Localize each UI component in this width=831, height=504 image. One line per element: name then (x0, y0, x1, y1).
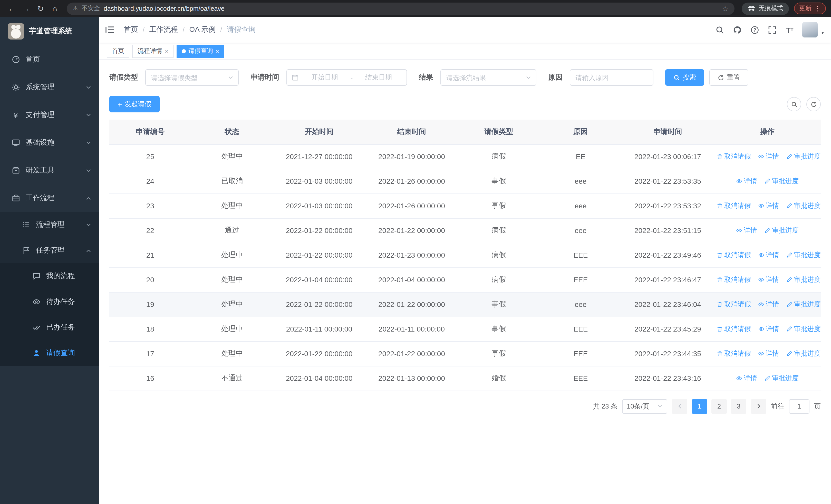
eye-icon (32, 297, 40, 306)
home-icon[interactable]: ⌂ (48, 2, 62, 15)
cancel-leave-link[interactable]: 取消请假 (717, 201, 751, 210)
tab-home[interactable]: 首页 (107, 45, 130, 58)
detail-link[interactable]: 详情 (758, 349, 779, 358)
security-label[interactable]: 不安全 (82, 4, 100, 13)
breadcrumb-home[interactable]: 首页 (124, 25, 138, 34)
approval-progress-link[interactable]: 审批进度 (786, 300, 821, 309)
detail-link[interactable]: 详情 (758, 300, 779, 309)
start-date-input[interactable]: 开始日期 (301, 73, 348, 82)
cancel-leave-link[interactable]: 取消请假 (717, 250, 751, 260)
cell-actions: 取消请假 详情 (714, 317, 821, 341)
detail-link[interactable]: 详情 (758, 275, 779, 284)
table-row: 21 处理中 2022-01-22 00:00:00 2022-01-23 00… (109, 243, 821, 267)
sidebar-item-payment[interactable]: ¥ 支付管理 (0, 101, 99, 129)
caret-down-icon[interactable]: ▾ (822, 30, 824, 37)
fullscreen-icon[interactable] (765, 22, 780, 37)
chevron-down-icon (86, 168, 92, 173)
reset-button[interactable]: 重置 (709, 69, 748, 86)
breadcrumb-oa-example[interactable]: OA 示例 (178, 25, 216, 34)
search-icon[interactable] (712, 22, 727, 37)
prev-page-button[interactable] (672, 399, 687, 413)
toggle-search-button[interactable] (787, 97, 801, 111)
cancel-leave-link[interactable]: 取消请假 (717, 300, 751, 309)
approval-progress-link[interactable]: 审批进度 (786, 324, 821, 334)
url-text[interactable]: dashboard.yudao.iocoder.cn/bpm/oa/leave (104, 5, 718, 12)
browser-menu-icon[interactable]: ⋮ (814, 5, 821, 12)
update-button[interactable]: 更新 ⋮ (794, 3, 826, 14)
url-bar[interactable]: ⚠ 不安全 dashboard.yudao.iocoder.cn/bpm/oa/… (67, 2, 735, 14)
approval-progress-link[interactable]: 审批进度 (764, 226, 799, 235)
bookmark-star-icon[interactable]: ☆ (722, 4, 728, 12)
search-button[interactable]: 搜索 (665, 69, 704, 86)
cancel-leave-link[interactable]: 取消请假 (717, 152, 751, 161)
approval-progress-link[interactable]: 审批进度 (786, 349, 821, 358)
collapse-sidebar-icon[interactable] (105, 24, 116, 35)
close-icon[interactable]: × (165, 48, 168, 54)
next-page-button[interactable] (751, 399, 766, 413)
sidebar-item-my-process[interactable]: 我的流程 (0, 263, 99, 289)
leave-type-select[interactable] (145, 69, 239, 86)
cancel-leave-link[interactable]: 取消请假 (717, 324, 751, 334)
cell-end-time: 2022-01-11 00:00:00 (366, 317, 458, 341)
detail-link[interactable]: 详情 (736, 177, 757, 186)
page-button-2[interactable]: 2 (711, 399, 727, 413)
sidebar-item-devtools[interactable]: 研发工具 (0, 156, 99, 184)
close-icon[interactable]: × (216, 48, 219, 54)
tab-process-detail[interactable]: 流程详情 × (133, 45, 173, 58)
cell-id: 18 (109, 317, 191, 341)
app-logo[interactable]: 芋道管理系统 (0, 17, 99, 46)
detail-link[interactable]: 详情 (758, 152, 779, 161)
cancel-leave-link[interactable]: 取消请假 (717, 349, 751, 358)
detail-link[interactable]: 详情 (758, 324, 779, 334)
cell-start-time: 2022-01-04 00:00:00 (273, 267, 366, 292)
approval-progress-link[interactable]: 审批进度 (764, 374, 799, 383)
result-select[interactable] (440, 69, 536, 86)
sidebar-item-leave-query[interactable]: 请假查询 (0, 340, 99, 366)
approval-progress-link[interactable]: 审批进度 (786, 152, 821, 161)
cell-leave-type: 婚假 (458, 366, 540, 391)
forward-icon[interactable]: → (20, 2, 33, 15)
sidebar-item-workflow[interactable]: 工作流程 (0, 184, 99, 212)
tab-leave-query[interactable]: 请假查询 × (177, 45, 224, 58)
page-button-3[interactable]: 3 (731, 399, 746, 413)
end-date-input[interactable]: 结束日期 (355, 73, 402, 82)
github-icon[interactable] (729, 22, 745, 37)
approval-progress-link[interactable]: 审批进度 (786, 275, 821, 284)
sidebar-item-home[interactable]: 首页 (0, 46, 99, 73)
detail-link[interactable]: 详情 (758, 250, 779, 260)
edit-icon (786, 252, 793, 258)
reason-input[interactable] (570, 70, 653, 85)
sidebar-item-infrastructure[interactable]: 基础设施 (0, 129, 99, 156)
double-check-icon (32, 323, 40, 332)
detail-link[interactable]: 详情 (758, 201, 779, 210)
breadcrumb-workflow[interactable]: 工作流程 (138, 25, 178, 34)
help-icon[interactable]: ? (747, 22, 763, 37)
leave-type-input[interactable] (146, 70, 228, 85)
col-start-time: 开始时间 (273, 120, 366, 144)
sidebar-item-done-tasks[interactable]: 已办任务 (0, 315, 99, 340)
sidebar-item-task-management[interactable]: 任务管理 (0, 238, 99, 263)
page-size-select[interactable]: 10条/页 (622, 399, 667, 413)
reload-icon[interactable]: ↻ (34, 2, 47, 15)
font-size-icon[interactable]: TT (782, 22, 797, 37)
create-leave-button[interactable]: + 发起请假 (109, 96, 160, 112)
sidebar-item-process-management[interactable]: 流程管理 (0, 212, 99, 238)
goto-page-input[interactable] (789, 399, 809, 413)
approval-progress-link[interactable]: 审批进度 (786, 201, 821, 210)
back-icon[interactable]: ← (5, 2, 19, 15)
delete-icon (717, 351, 723, 357)
apply-time-range-picker[interactable]: 开始日期 - 结束日期 (286, 69, 407, 86)
sidebar-item-system[interactable]: 系统管理 (0, 73, 99, 101)
user-avatar[interactable] (803, 22, 818, 37)
detail-link[interactable]: 详情 (736, 226, 757, 235)
page-button-1[interactable]: 1 (692, 399, 707, 413)
reason-field[interactable] (570, 69, 653, 86)
sidebar-item-todo-tasks[interactable]: 待办任务 (0, 289, 99, 315)
cancel-leave-link[interactable]: 取消请假 (717, 275, 751, 284)
refresh-table-button[interactable] (806, 97, 821, 111)
approval-progress-link[interactable]: 审批进度 (786, 250, 821, 260)
col-reason: 原因 (540, 120, 622, 144)
result-input[interactable] (441, 70, 525, 85)
approval-progress-link[interactable]: 审批进度 (764, 177, 799, 186)
detail-link[interactable]: 详情 (736, 374, 757, 383)
